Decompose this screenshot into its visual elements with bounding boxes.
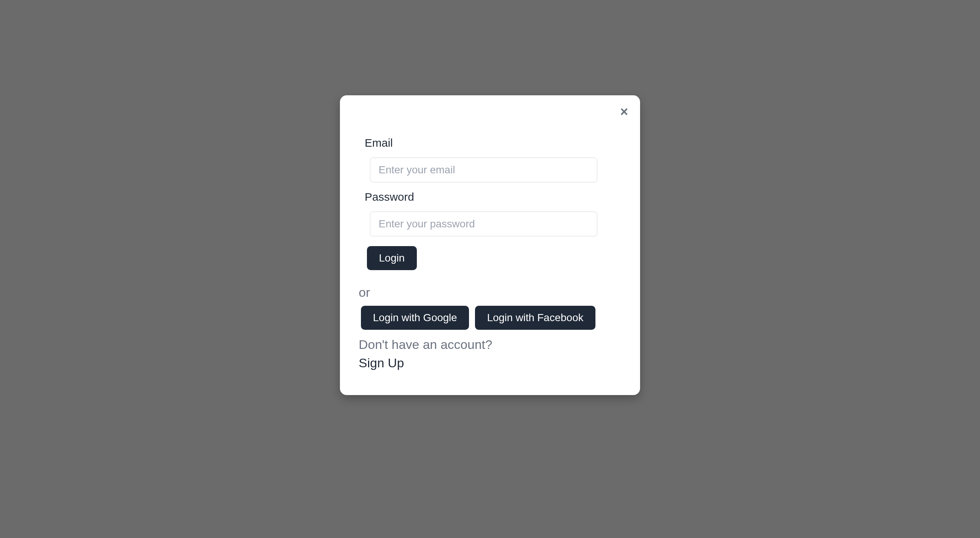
- login-form: Email Password Login or Login with Googl…: [365, 107, 615, 370]
- login-modal: × Email Password Login or Login with Goo…: [340, 95, 640, 395]
- email-field-group: Email: [365, 137, 615, 182]
- email-label: Email: [365, 137, 615, 149]
- email-input[interactable]: [370, 158, 597, 182]
- divider-text: or: [359, 285, 615, 300]
- login-facebook-button[interactable]: Login with Facebook: [475, 306, 595, 330]
- signup-link[interactable]: Sign Up: [359, 356, 404, 370]
- password-input[interactable]: [370, 212, 597, 236]
- password-label: Password: [365, 191, 615, 203]
- login-google-button[interactable]: Login with Google: [361, 306, 469, 330]
- signup-prompt: Don't have an account?: [359, 337, 615, 352]
- password-field-group: Password: [365, 191, 615, 236]
- login-button[interactable]: Login: [367, 246, 417, 270]
- close-button[interactable]: ×: [619, 103, 630, 120]
- close-icon: ×: [620, 104, 628, 119]
- social-login-row: Login with Google Login with Facebook: [361, 306, 615, 330]
